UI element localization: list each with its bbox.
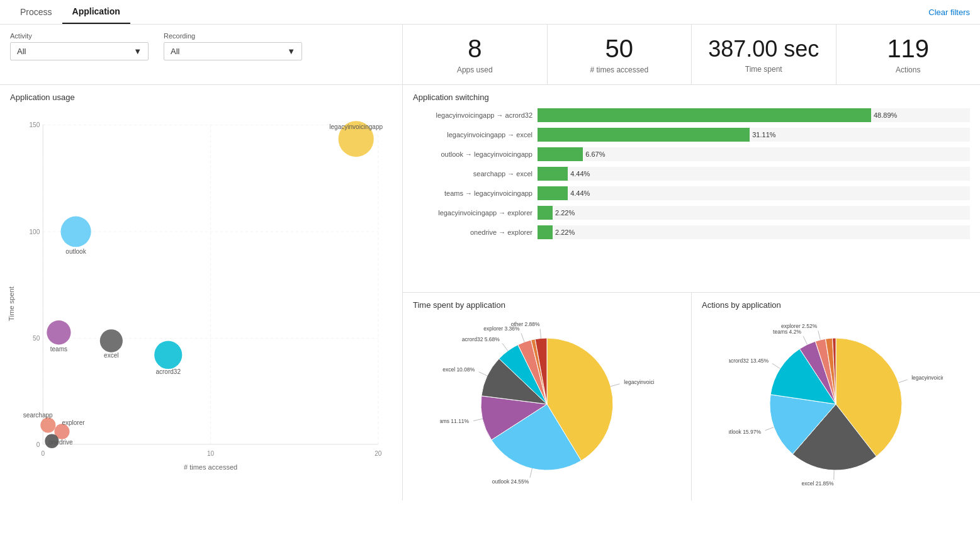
- bar-fill: [538, 108, 871, 122]
- pie-label-line: [502, 343, 508, 351]
- actions-pie-section: Actions by application legacyinvoicingap…: [692, 293, 980, 500]
- bar-label: legacyinvoicingapp → excel: [413, 131, 532, 138]
- bar-fill: [538, 147, 583, 161]
- bar-track: 2.22%: [538, 225, 970, 239]
- recording-select[interactable]: All ▼: [164, 42, 302, 60]
- bar-track: 6.67%: [538, 147, 970, 161]
- times-accessed-label: # times accessed: [590, 65, 648, 74]
- stat-card-apps: 8 Apps used: [403, 25, 548, 84]
- pie-segment-label: outlook 15.97%: [729, 429, 761, 435]
- svg-text:onedrive: onedrive: [48, 439, 73, 446]
- bar-pct-label: 31.11%: [752, 131, 775, 138]
- time-spent-pie-title: Time spent by application: [413, 300, 681, 310]
- application-usage-title: Application usage: [5, 93, 397, 102]
- stat-card-accessed: 50 # times accessed: [548, 25, 692, 84]
- svg-point-25: [154, 341, 182, 369]
- bar-track: 4.44%: [538, 167, 970, 181]
- pie-label-line: [479, 372, 488, 376]
- svg-text:searchapp: searchapp: [23, 412, 53, 419]
- svg-text:50: 50: [33, 335, 40, 342]
- switching-bar-row: outlook → legacyinvoicingapp 6.67%: [413, 147, 970, 161]
- bar-track: 31.11%: [538, 128, 970, 142]
- bar-pct-label: 2.22%: [555, 209, 575, 217]
- switching-bar-row: searchapp → excel 4.44%: [413, 167, 970, 181]
- switching-bar-row: legacyinvoicingapp → excel 31.11%: [413, 128, 970, 142]
- bar-pct-label: 4.44%: [570, 170, 590, 178]
- bar-track: 2.22%: [538, 206, 970, 220]
- pie-segment-label: outlook 24.55%: [492, 478, 529, 485]
- pie-label-line: [772, 363, 780, 368]
- bar-label: legacyinvoicingapp → explorer: [413, 209, 532, 217]
- bar-fill: [538, 225, 553, 239]
- pie-label-line: [765, 427, 774, 431]
- bar-pct-label: 48.89%: [874, 111, 897, 119]
- svg-text:10: 10: [207, 450, 215, 457]
- clear-filters-button[interactable]: Clear filters: [928, 8, 970, 17]
- bar-track: 48.89%: [538, 108, 970, 122]
- bar-label: searchapp → excel: [413, 170, 532, 178]
- svg-text:0: 0: [37, 441, 40, 448]
- switching-bar-row: onedrive → explorer 2.22%: [413, 225, 970, 239]
- pie-segment-label: excel 21.85%: [802, 480, 834, 487]
- svg-text:acrord32: acrord32: [155, 368, 181, 375]
- apps-used-label: Apps used: [457, 65, 493, 74]
- svg-text:# times accessed: # times accessed: [184, 463, 237, 471]
- actions-pie-svg: legacyinvoicingapp 39.5%excel 21.85%outl…: [729, 313, 943, 489]
- svg-text:150: 150: [30, 121, 40, 128]
- bar-fill: [538, 206, 553, 220]
- svg-text:20: 20: [375, 450, 382, 457]
- time-spent-pie-section: Time spent by application legacyinvoicin…: [403, 293, 692, 500]
- switching-bar-row: teams → legacyinvoicingapp 4.44%: [413, 186, 970, 200]
- svg-text:Time spent: Time spent: [8, 286, 15, 321]
- pie-segment-label: teams 11.11%: [440, 418, 470, 424]
- svg-text:teams: teams: [50, 346, 67, 353]
- scatter-chart: Time spent 0 50 100 150 0 10: [5, 106, 397, 495]
- stat-card-time: 387.00 sec Time spent: [692, 25, 836, 84]
- bar-pct-label: 4.44%: [570, 189, 590, 197]
- svg-text:excel: excel: [104, 352, 118, 359]
- svg-text:100: 100: [30, 229, 40, 235]
- activity-dropdown-icon: ▼: [133, 47, 142, 56]
- svg-text:legacyinvoicingapp: legacyinvoicingapp: [329, 123, 383, 130]
- time-spent-pie-svg: legacyinvoicingapp 41.34%outlook 24.55%t…: [440, 313, 654, 489]
- switching-bar-row: legacyinvoicingapp → explorer 2.22%: [413, 206, 970, 220]
- application-switching-section: Application switching legacyinvoicingapp…: [403, 85, 980, 293]
- tab-application[interactable]: Application: [62, 0, 130, 24]
- bar-label: legacyinvoicingapp → acrord32: [413, 111, 532, 119]
- app-switching-title: Application switching: [413, 93, 970, 102]
- times-accessed-value: 50: [605, 35, 634, 63]
- actions-pie-title: Actions by application: [702, 300, 970, 310]
- pie-label-line: [898, 380, 907, 383]
- activity-filter-group: Activity All ▼: [10, 32, 149, 60]
- bar-label: onedrive → explorer: [413, 229, 532, 236]
- pie-segment-label: acrord32 5.68%: [462, 336, 500, 342]
- tab-process[interactable]: Process: [10, 1, 62, 23]
- svg-text:explorer: explorer: [62, 419, 85, 426]
- pie-segment-label: legacyinvoicingapp 39.5%: [911, 375, 943, 381]
- bar-pct-label: 6.67%: [585, 150, 605, 158]
- switching-bar-row: legacyinvoicingapp → acrord32 48.89%: [413, 108, 970, 122]
- pie-segment-label: excel 10.08%: [442, 366, 475, 373]
- pie-segment-label: acrord32 13.45%: [729, 358, 769, 364]
- svg-point-19: [60, 217, 91, 247]
- bar-track: 4.44%: [538, 186, 970, 200]
- bar-label: teams → legacyinvoicingapp: [413, 189, 532, 197]
- apps-used-value: 8: [468, 35, 482, 63]
- pie-label-line: [803, 336, 807, 345]
- svg-text:outlook: outlook: [65, 248, 86, 255]
- recording-label: Recording: [164, 32, 302, 40]
- activity-select[interactable]: All ▼: [10, 42, 149, 60]
- bar-pct-label: 2.22%: [555, 229, 575, 236]
- pie-label-line: [540, 329, 541, 338]
- pie-label-line: [611, 384, 619, 387]
- pie-label-line: [818, 330, 821, 340]
- svg-text:0: 0: [41, 450, 45, 457]
- activity-label: Activity: [10, 32, 149, 40]
- pie-segment-label: legacyinvoicingapp 41.34%: [624, 379, 654, 385]
- bar-fill: [538, 186, 568, 200]
- actions-label: Actions: [896, 65, 920, 74]
- pie-segment-label: explorer 2.52%: [781, 323, 818, 329]
- bar-label: outlook → legacyinvoicingapp: [413, 150, 532, 158]
- bar-fill: [538, 167, 568, 181]
- scatter-svg: Time spent 0 50 100 150 0 10: [5, 106, 397, 495]
